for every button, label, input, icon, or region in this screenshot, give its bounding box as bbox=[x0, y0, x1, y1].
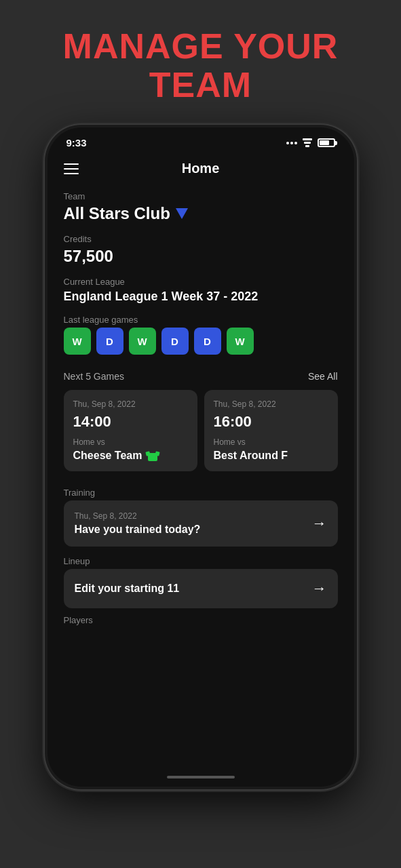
game-2-date: Thu, Sep 8, 2022 bbox=[214, 399, 328, 409]
home-indicator bbox=[47, 768, 354, 787]
battery-icon bbox=[318, 138, 335, 147]
lineup-card[interactable]: Edit your starting 11 → bbox=[64, 569, 338, 608]
last-games-label: Last league games bbox=[64, 315, 338, 325]
result-badge-4: D bbox=[161, 328, 189, 355]
jersey-icon bbox=[146, 450, 159, 461]
lineup-card-text: Edit your starting 11 bbox=[75, 583, 180, 595]
hamburger-menu-button[interactable] bbox=[64, 163, 79, 174]
game-card-1[interactable]: Thu, Sep 8, 2022 14:00 Home vs Cheese Te… bbox=[64, 390, 197, 471]
lineup-arrow-icon: → bbox=[312, 580, 327, 597]
status-icons bbox=[286, 138, 335, 147]
league-label: Current League bbox=[64, 277, 338, 287]
game-1-opponent-row: Cheese Team bbox=[73, 450, 188, 462]
game-1-time: 14:00 bbox=[73, 413, 188, 431]
next-games-label: Next 5 Games bbox=[64, 371, 124, 382]
league-name: England League 1 Week 37 - 2022 bbox=[64, 290, 338, 304]
result-badge-2: D bbox=[96, 328, 123, 355]
training-card-left: Thu, Sep 8, 2022 Have you trained today? bbox=[75, 511, 201, 536]
page-title: MANAGE YOUR TEAM bbox=[63, 27, 339, 104]
training-label: Training bbox=[64, 488, 338, 498]
team-name: All Stars Club bbox=[64, 204, 170, 223]
training-arrow-icon: → bbox=[312, 515, 327, 532]
game-1-opponent: Cheese Team bbox=[73, 450, 142, 462]
game-2-time: 16:00 bbox=[214, 413, 328, 431]
wifi-icon bbox=[301, 138, 313, 147]
game-1-date: Thu, Sep 8, 2022 bbox=[73, 399, 188, 409]
next-games-header: Next 5 Games See All bbox=[64, 371, 338, 382]
see-all-button[interactable]: See All bbox=[308, 371, 338, 382]
result-badges-row: W D W D D W bbox=[64, 328, 338, 355]
credits-value: 57,500 bbox=[64, 247, 338, 266]
team-name-row: All Stars Club bbox=[64, 204, 338, 223]
team-badge-icon bbox=[176, 208, 188, 219]
home-bar bbox=[167, 776, 235, 778]
players-label: Players bbox=[64, 615, 338, 625]
phone-frame: 9:33 bbox=[45, 125, 357, 789]
lineup-card-left: Edit your starting 11 bbox=[75, 583, 180, 595]
training-card-text: Have you trained today? bbox=[75, 524, 201, 536]
game-card-2[interactable]: Thu, Sep 8, 2022 16:00 Home vs Best Arou… bbox=[204, 390, 338, 471]
nav-title: Home bbox=[182, 161, 220, 176]
game-2-opponent: Best Around F bbox=[214, 450, 288, 462]
phone-screen: 9:33 bbox=[47, 127, 354, 787]
training-card[interactable]: Thu, Sep 8, 2022 Have you trained today?… bbox=[64, 500, 338, 547]
game-2-opponent-row: Best Around F bbox=[214, 450, 328, 462]
credits-label: Credits bbox=[64, 234, 338, 244]
team-label: Team bbox=[64, 191, 338, 201]
signal-dots bbox=[286, 142, 297, 144]
result-badge-3: W bbox=[129, 328, 156, 355]
result-badge-6: W bbox=[227, 328, 254, 355]
training-card-date: Thu, Sep 8, 2022 bbox=[75, 511, 201, 521]
game-1-vs: Home vs bbox=[73, 437, 188, 447]
games-row: Thu, Sep 8, 2022 14:00 Home vs Cheese Te… bbox=[64, 390, 338, 471]
status-time: 9:33 bbox=[66, 137, 87, 149]
lineup-label: Lineup bbox=[64, 556, 338, 566]
result-badge-1: W bbox=[64, 328, 91, 355]
nav-bar: Home bbox=[47, 154, 354, 186]
content-area: Team All Stars Club Credits 57,500 Curre… bbox=[47, 186, 354, 768]
status-bar: 9:33 bbox=[47, 127, 354, 154]
game-2-vs: Home vs bbox=[214, 437, 328, 447]
result-badge-5: D bbox=[194, 328, 221, 355]
